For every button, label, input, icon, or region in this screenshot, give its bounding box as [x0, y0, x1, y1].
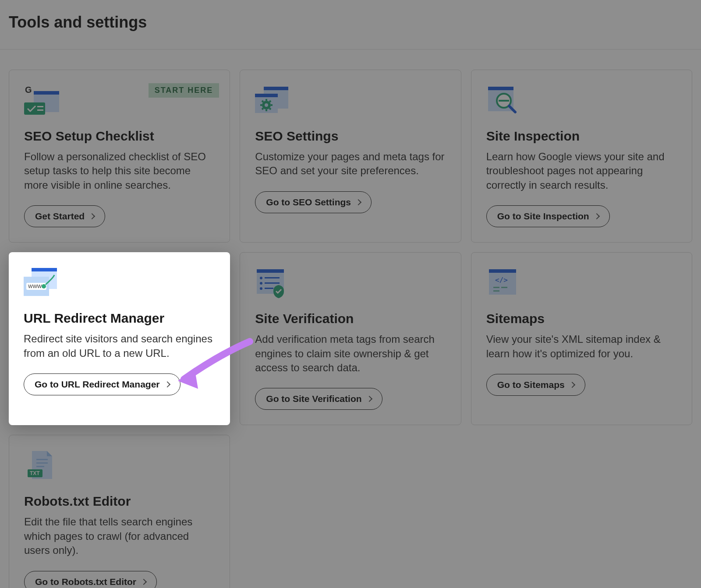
button-label: Go to Site Inspection: [497, 211, 589, 222]
svg-rect-3: [24, 102, 45, 115]
button-label: Go to Sitemaps: [497, 380, 565, 390]
go-to-seo-settings-button[interactable]: Go to SEO Settings: [255, 191, 372, 213]
card-title: SEO Setup Checklist: [24, 129, 154, 144]
svg-rect-44: [501, 287, 507, 288]
sitemaps-icon: </>: [486, 268, 521, 299]
svg-rect-35: [265, 277, 280, 278]
svg-text:WWW: WWW: [28, 284, 42, 289]
button-label: Go to URL Redirect Manager: [35, 379, 160, 390]
card-desc: Edit the file that tells search engines …: [24, 515, 215, 557]
get-started-button[interactable]: Get Started: [24, 205, 105, 227]
site-verification-icon: [255, 268, 290, 299]
svg-point-34: [260, 277, 262, 279]
svg-point-31: [42, 284, 46, 289]
card-title: URL Redirect Manager: [24, 311, 164, 326]
card-desc: Learn how Google views your site and tro…: [486, 150, 677, 192]
button-label: Go to Site Verification: [266, 394, 361, 404]
svg-line-17: [269, 108, 271, 109]
start-here-badge: START HERE: [149, 83, 220, 98]
svg-rect-46: [36, 459, 48, 460]
svg-rect-1: [34, 91, 59, 95]
svg-line-16: [262, 101, 263, 102]
card-desc: Follow a personalized checklist of SEO s…: [24, 150, 215, 192]
cards-grid: G START HERE SEO Setup Checklist Follow …: [0, 49, 701, 588]
go-to-robots-txt-editor-button[interactable]: Go to Robots.txt Editor: [24, 571, 157, 588]
seo-checklist-icon: G: [24, 85, 59, 116]
svg-point-36: [260, 282, 262, 285]
page-title: Tools and settings: [9, 13, 692, 32]
card-title: Site Inspection: [486, 129, 580, 144]
chevron-right-icon: [141, 578, 147, 584]
svg-text:</>: </>: [495, 276, 508, 284]
svg-point-20: [265, 103, 268, 107]
svg-rect-40: [489, 269, 516, 273]
svg-rect-47: [36, 462, 48, 464]
card-seo-settings: SEO Settings Customize your pages and me…: [240, 70, 461, 243]
site-inspection-icon: [486, 85, 521, 116]
svg-point-38: [260, 287, 262, 290]
svg-rect-32: [257, 269, 284, 273]
button-label: Go to SEO Settings: [266, 197, 351, 208]
svg-rect-5: [37, 109, 43, 111]
svg-rect-6: [264, 87, 288, 90]
svg-line-18: [262, 108, 263, 109]
card-robots-txt-editor: TXT Robots.txt Editor Edit the file that…: [9, 435, 230, 588]
card-sitemaps: </> Sitemaps View your site's XML sitema…: [471, 252, 692, 425]
svg-rect-39: [265, 288, 273, 289]
svg-line-19: [269, 101, 271, 102]
card-title: SEO Settings: [255, 129, 338, 144]
button-label: Go to Robots.txt Editor: [35, 577, 136, 587]
svg-rect-48: [36, 466, 44, 467]
chevron-right-icon: [89, 213, 95, 219]
card-title: Robots.txt Editor: [24, 494, 131, 509]
svg-rect-43: [493, 287, 499, 288]
svg-rect-45: [493, 290, 499, 292]
card-title: Sitemaps: [486, 311, 545, 326]
chevron-right-icon: [164, 381, 170, 387]
page-header: Tools and settings: [0, 0, 701, 49]
card-desc: View your site's XML sitemap index & lea…: [486, 332, 677, 361]
svg-rect-37: [265, 282, 280, 284]
robots-txt-icon: TXT: [24, 450, 59, 482]
url-redirect-icon: WWW: [24, 267, 59, 299]
card-desc: Add verification meta tags from search e…: [255, 332, 446, 375]
card-url-redirect-manager: WWW URL Redirect Manager Redirect site v…: [9, 252, 230, 425]
card-title: Site Verification: [255, 311, 354, 326]
card-desc: Redirect site visitors and search engine…: [24, 332, 215, 360]
svg-rect-26: [32, 268, 57, 271]
chevron-right-icon: [569, 382, 575, 388]
card-site-verification: Site Verification Add verification meta …: [240, 252, 461, 425]
chevron-right-icon: [355, 199, 361, 205]
go-to-sitemaps-button[interactable]: Go to Sitemaps: [486, 374, 585, 396]
card-site-inspection: Site Inspection Learn how Google views y…: [471, 70, 692, 243]
chevron-right-icon: [366, 396, 372, 402]
card-desc: Customize your pages and meta tags for S…: [255, 150, 446, 178]
seo-settings-icon: [255, 85, 290, 116]
svg-text:TXT: TXT: [30, 470, 40, 476]
svg-rect-9: [255, 94, 278, 97]
card-seo-setup-checklist: G START HERE SEO Setup Checklist Follow …: [9, 70, 230, 243]
go-to-url-redirect-manager-button[interactable]: Go to URL Redirect Manager: [24, 373, 181, 395]
chevron-right-icon: [594, 213, 600, 219]
svg-rect-21: [488, 87, 513, 90]
svg-rect-4: [37, 106, 43, 107]
svg-text:G: G: [25, 85, 32, 95]
go-to-site-inspection-button[interactable]: Go to Site Inspection: [486, 205, 610, 227]
button-label: Get Started: [35, 211, 85, 222]
go-to-site-verification-button[interactable]: Go to Site Verification: [255, 388, 382, 410]
